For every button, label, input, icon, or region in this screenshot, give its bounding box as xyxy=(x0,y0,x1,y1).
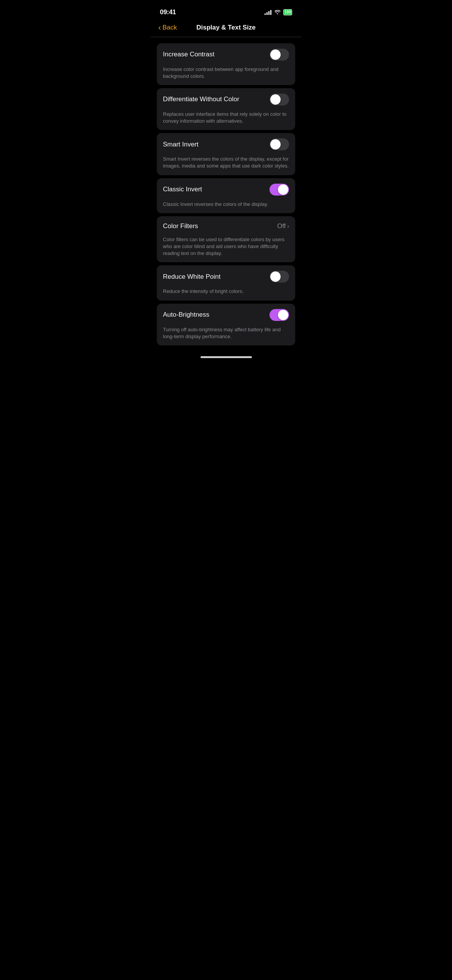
auto-brightness-description: Turning off auto-brightness may affect b… xyxy=(157,326,295,345)
classic-invert-description: Classic Invert reverses the colors of th… xyxy=(157,201,295,213)
status-time: 09:41 xyxy=(160,8,176,16)
increase-contrast-item: Increase Contrast xyxy=(157,43,295,66)
auto-brightness-toggle[interactable] xyxy=(270,309,289,321)
home-bar xyxy=(201,356,252,358)
differentiate-without-color-toggle[interactable] xyxy=(270,94,289,105)
reduce-white-point-item: Reduce White Point xyxy=(157,265,295,288)
toggle-knob xyxy=(270,139,281,150)
toggle-knob xyxy=(270,49,281,60)
toggle-knob xyxy=(270,271,281,282)
increase-contrast-row: Increase Contrast Increase color contras… xyxy=(157,43,295,85)
classic-invert-item: Classic Invert xyxy=(157,178,295,201)
smart-invert-label: Smart Invert xyxy=(163,141,199,148)
differentiate-without-color-description: Replaces user interface items that rely … xyxy=(157,111,295,130)
increase-contrast-toggle[interactable] xyxy=(270,49,289,61)
increase-contrast-label: Increase Contrast xyxy=(163,51,214,58)
wifi-icon xyxy=(274,9,281,15)
reduce-white-point-label: Reduce White Point xyxy=(163,273,220,281)
auto-brightness-item: Auto-Brightness xyxy=(157,304,295,326)
settings-content: Increase Contrast Increase color contras… xyxy=(151,37,301,345)
toggle-knob xyxy=(270,94,281,105)
increase-contrast-description: Increase color contrast between app fore… xyxy=(157,66,295,85)
color-filters-chevron-icon: › xyxy=(287,223,289,229)
smart-invert-row: Smart Invert Smart Invert reverses the c… xyxy=(157,133,295,175)
battery-level: 100 xyxy=(283,9,292,15)
battery-icon: 100 xyxy=(283,9,292,15)
status-icons: 100 xyxy=(265,9,292,15)
toggle-knob xyxy=(278,184,288,195)
back-chevron-icon: ‹ xyxy=(158,23,161,32)
smart-invert-toggle[interactable] xyxy=(270,138,289,150)
auto-brightness-label: Auto-Brightness xyxy=(163,311,209,319)
differentiate-without-color-label: Differentiate Without Color xyxy=(163,95,239,103)
toggle-knob xyxy=(278,310,288,320)
color-filters-row: Color Filters Off › Color filters can be… xyxy=(157,216,295,263)
smart-invert-description: Smart Invert reverses the colors of the … xyxy=(157,156,295,175)
color-filters-label: Color Filters xyxy=(163,222,198,230)
smart-invert-item: Smart Invert xyxy=(157,133,295,156)
home-indicator xyxy=(151,349,301,362)
color-filters-value: Off › xyxy=(277,222,289,230)
classic-invert-label: Classic Invert xyxy=(163,186,202,193)
page-title: Display & Text Size xyxy=(196,24,256,31)
color-filters-item[interactable]: Color Filters Off › xyxy=(157,216,295,236)
status-bar: 09:41 100 xyxy=(151,0,301,19)
back-button[interactable]: ‹ Back xyxy=(158,23,177,32)
reduce-white-point-description: Reduce the intensity of bright colors. xyxy=(157,288,295,300)
auto-brightness-row: Auto-Brightness Turning off auto-brightn… xyxy=(157,304,295,345)
differentiate-without-color-item: Differentiate Without Color xyxy=(157,88,295,111)
nav-header: ‹ Back Display & Text Size xyxy=(151,19,301,37)
reduce-white-point-row: Reduce White Point Reduce the intensity … xyxy=(157,265,295,300)
back-label: Back xyxy=(163,24,177,31)
classic-invert-toggle[interactable] xyxy=(270,184,289,196)
color-filters-status: Off xyxy=(277,222,286,230)
signal-icon xyxy=(265,10,271,15)
differentiate-without-color-row: Differentiate Without Color Replaces use… xyxy=(157,88,295,130)
color-filters-description: Color filters can be used to differentia… xyxy=(157,236,295,263)
reduce-white-point-toggle[interactable] xyxy=(270,271,289,283)
classic-invert-row: Classic Invert Classic Invert reverses t… xyxy=(157,178,295,213)
